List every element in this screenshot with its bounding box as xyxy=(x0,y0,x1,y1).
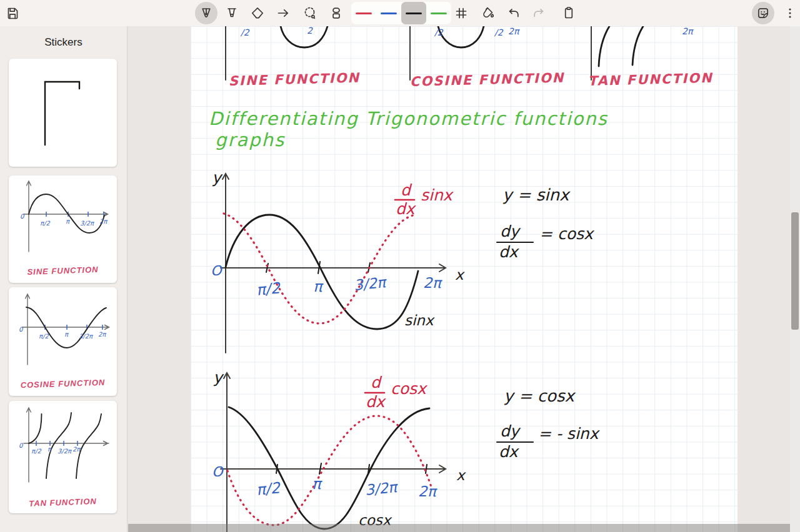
highlighter-tool-button[interactable] xyxy=(221,2,243,24)
g2-tick-label: 2π xyxy=(418,483,438,500)
eraser-icon xyxy=(250,6,265,21)
grid-icon xyxy=(454,6,469,21)
g2-tick-label: π xyxy=(312,475,322,493)
corner-shape-drawing xyxy=(9,59,117,167)
partial-sine-curve xyxy=(281,26,328,47)
stroke-color-blue[interactable] xyxy=(376,2,401,24)
tick-fragment: 2π xyxy=(682,26,694,36)
sticker-card-sine[interactable]: 0 π/2 π 3/2π 2π SINE FUNCTION xyxy=(9,175,117,283)
shapes-tool-button[interactable] xyxy=(325,2,348,24)
shapes-icon xyxy=(329,6,344,21)
grid-toggle-button[interactable] xyxy=(450,2,472,24)
g1-equation-1: y = sinx xyxy=(502,185,571,204)
kebab-menu-icon xyxy=(782,6,798,21)
stroke-color-green[interactable] xyxy=(426,2,451,24)
red-line-swatch xyxy=(356,12,372,14)
svg-text:2π: 2π xyxy=(72,446,81,453)
lasso-select-button[interactable] xyxy=(299,2,321,24)
canvas-drawing: /2 2 /2 /2 2π 2π SINE FUNCTION COSINE FU… xyxy=(128,26,800,532)
undo-icon xyxy=(506,6,521,21)
blue-line-swatch xyxy=(381,12,397,14)
g1-sine-curve xyxy=(226,215,418,329)
canvas-area[interactable]: /2 2 /2 /2 2π 2π SINE FUNCTION COSINE FU… xyxy=(128,26,800,532)
g1-tick-label: π xyxy=(313,278,324,295)
redo-icon xyxy=(531,6,546,21)
stickers-sidebar: Stickers 0 π/2 π 3/2π 2π SINE FUNCTION xyxy=(0,26,128,532)
sticker-card-cosine[interactable]: 0 π/2 π 3/2π 2π COSINE FUNCTION xyxy=(9,287,117,396)
g1-tick-label: 3/2π xyxy=(353,273,388,293)
svg-text:0: 0 xyxy=(19,442,24,449)
g1-eq2-rhs: = cosx xyxy=(539,225,595,243)
stroke-color-red[interactable] xyxy=(351,2,376,24)
sticker-caption-cosine: COSINE FUNCTION xyxy=(9,377,117,390)
svg-text:π: π xyxy=(64,331,69,338)
highlighter-icon xyxy=(224,6,239,21)
tick-fragment: 2 xyxy=(307,26,313,36)
svg-text:π: π xyxy=(48,446,52,453)
sine-sticker-drawing: 0 π/2 π 3/2π 2π xyxy=(9,175,117,260)
heading-line-1: Differentiating Trigonometric functions xyxy=(209,108,608,129)
paste-button[interactable] xyxy=(558,2,580,24)
svg-text:π: π xyxy=(66,218,70,225)
toolbar xyxy=(0,0,800,26)
sticker-card-tan[interactable]: 0 π/2 π 3/2π 2π TAN FUNCTION xyxy=(9,401,117,513)
green-line-swatch xyxy=(431,12,447,14)
partial-tan-curve-2 xyxy=(632,26,643,65)
svg-text:π/2: π/2 xyxy=(39,333,49,340)
horizontal-scrollbar-thumb[interactable] xyxy=(128,524,790,532)
top-partial-graphs: /2 2 /2 /2 2π 2π SINE FUNCTION COSINE FU… xyxy=(226,26,713,89)
tick-fragment: 2π xyxy=(508,26,520,36)
redo-button[interactable] xyxy=(528,2,550,24)
svg-text:π/2: π/2 xyxy=(40,220,50,227)
pen-tool-button[interactable] xyxy=(195,2,218,24)
sine-function-label: SINE FUNCTION xyxy=(229,70,361,89)
g1-eq2-denominator: dx xyxy=(499,243,520,261)
tick-fragment: /2 xyxy=(494,27,504,37)
pen-icon xyxy=(199,6,214,21)
clipboard-icon xyxy=(561,6,576,21)
undo-button[interactable] xyxy=(502,2,525,24)
tick-fragment: /2 xyxy=(434,27,444,37)
sidebar-title: Stickers xyxy=(0,26,127,49)
g2-deriv-numerator: d xyxy=(371,373,382,392)
svg-text:π/2: π/2 xyxy=(31,448,41,455)
heading: Differentiating Trigonometric functions … xyxy=(209,108,608,150)
partial-cosine-curve xyxy=(438,26,484,47)
save-icon xyxy=(5,6,20,21)
stroke-color-black[interactable] xyxy=(401,2,426,24)
g1-tick-label: π/2 xyxy=(256,279,282,299)
sticker-caption-tan: TAN FUNCTION xyxy=(9,496,117,509)
g2-equation-1: y = cosx xyxy=(504,387,576,405)
arrow-tool-button[interactable] xyxy=(272,2,294,24)
g2-x-label: x xyxy=(456,467,466,483)
g2-deriv-denominator: dx xyxy=(366,393,387,411)
save-button[interactable] xyxy=(1,2,24,24)
sticker-card-corner[interactable] xyxy=(9,59,117,167)
vertical-scrollbar-thumb[interactable] xyxy=(791,212,799,330)
g1-deriv-function: sinx xyxy=(421,186,454,204)
overflow-menu-button[interactable] xyxy=(779,2,800,24)
g1-tick-label: 2π xyxy=(423,275,443,291)
sticker-caption-sine: SINE FUNCTION xyxy=(9,264,117,277)
stroke-color-panel xyxy=(351,2,451,24)
g1-eq2-numerator: dy xyxy=(500,222,521,240)
fill-bucket-icon xyxy=(481,6,496,21)
tan-function-label: TAN FUNCTION xyxy=(588,71,714,89)
g2-negsine-derivative-curve xyxy=(228,416,432,525)
fill-tool-button[interactable] xyxy=(477,2,499,24)
svg-text:3/2π: 3/2π xyxy=(58,448,72,455)
eraser-tool-button[interactable] xyxy=(246,2,269,24)
g1-curve-label: sinx xyxy=(404,312,435,328)
arrow-icon xyxy=(276,6,291,21)
g1-deriv-numerator: d xyxy=(401,181,412,199)
heading-line-2: graphs xyxy=(215,129,285,150)
cosine-sticker-drawing: 0 π/2 π 3/2π 2π xyxy=(9,287,117,373)
partial-tan-curve-1 xyxy=(599,26,609,66)
g2-cosine-curve xyxy=(229,407,429,529)
stickers-panel-button[interactable] xyxy=(752,2,774,24)
vertical-scrollbar-track[interactable] xyxy=(790,26,800,532)
g2-eq2-rhs: = - sinx xyxy=(538,425,601,443)
svg-text:3/2π: 3/2π xyxy=(79,333,93,340)
lasso-select-icon xyxy=(302,6,318,21)
graph-cosine-derivative: y x O π/2 π 3/2π 2π d dx cosx cosx y = c… xyxy=(212,368,601,532)
